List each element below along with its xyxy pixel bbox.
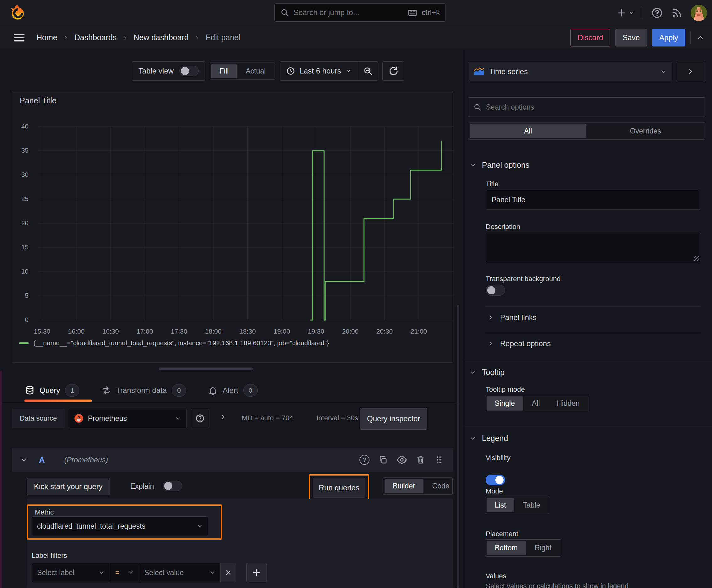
explain-toggle[interactable]	[163, 481, 182, 491]
collapse-options-button[interactable]	[676, 62, 706, 81]
legend-values-label: Values	[486, 572, 506, 580]
y-axis-tick: 5	[13, 292, 28, 299]
panel-options-section[interactable]: Panel options	[469, 161, 530, 170]
breadcrumb-dashboards[interactable]: Dashboards	[74, 33, 117, 42]
y-axis-tick: 25	[13, 195, 28, 203]
search-input[interactable]	[294, 8, 404, 17]
placement-right-option[interactable]: Right	[526, 541, 560, 555]
help-icon[interactable]	[651, 7, 663, 19]
new-menu-button[interactable]	[617, 8, 634, 18]
tooltip-all-option[interactable]: All	[524, 396, 548, 411]
legend-visibility-label: Visibility	[486, 454, 511, 462]
transparent-bg-toggle[interactable]	[486, 285, 505, 296]
description-label: Description	[486, 223, 520, 231]
add-filter-button[interactable]	[246, 563, 266, 582]
tooltip-section[interactable]: Tooltip	[469, 368, 504, 377]
timeseries-icon	[473, 67, 485, 76]
code-option[interactable]: Code	[424, 479, 458, 493]
copy-icon[interactable]	[378, 455, 388, 465]
x-axis-tick: 18:30	[234, 328, 262, 335]
time-range-picker[interactable]: Last 6 hours	[280, 67, 358, 76]
metric-select[interactable]: cloudflared_tunnel_total_requests	[32, 517, 208, 536]
grafana-logo-icon[interactable]	[9, 4, 26, 23]
panel-links-section[interactable]: Panel links	[488, 313, 537, 322]
edit-panel-content: Table view Fill Actual Last 6 hours Pane…	[0, 50, 712, 588]
tab-transform-data[interactable]: Transform data 0	[102, 377, 186, 404]
resize-handle-icon[interactable]	[694, 256, 699, 261]
repeat-options-section[interactable]: Repeat options	[488, 339, 551, 348]
stats-expand-chevron[interactable]	[220, 414, 226, 421]
datasource-picker[interactable]: Prometheus	[69, 408, 187, 428]
plus-icon	[617, 8, 626, 18]
divider	[485, 332, 700, 332]
breadcrumb: Home Dashboards New dashboard Edit panel	[37, 33, 240, 42]
run-queries-button[interactable]: Run queries	[313, 478, 365, 498]
global-search[interactable]: ctrl+k	[274, 3, 446, 22]
tab-alert[interactable]: Alert 0	[208, 377, 257, 404]
save-button[interactable]: Save	[615, 29, 647, 46]
keyboard-icon	[408, 8, 417, 17]
datasource-help-button[interactable]	[191, 408, 209, 428]
breadcrumb-new-dashboard[interactable]: New dashboard	[134, 33, 189, 42]
avatar[interactable]	[691, 5, 707, 21]
actual-option[interactable]: Actual	[237, 64, 274, 78]
builder-option[interactable]: Builder	[385, 479, 424, 493]
time-series-chart	[30, 123, 453, 324]
kickstart-query-button[interactable]: Kick start your query	[27, 478, 110, 495]
table-view-toggle[interactable]	[179, 66, 199, 76]
chevron-down-icon[interactable]	[20, 456, 28, 464]
apply-button[interactable]: Apply	[652, 29, 685, 46]
operator-dropdown[interactable]: =	[110, 563, 139, 582]
panel-options-title: Panel options	[482, 161, 530, 170]
builder-code-segmented: Builder Code	[383, 478, 453, 495]
legend-section[interactable]: Legend	[469, 434, 508, 443]
legend-placement-segmented: Bottom Right	[485, 539, 561, 556]
placement-bottom-option[interactable]: Bottom	[487, 541, 526, 555]
legend-series-label[interactable]: {__name__="cloudflared_tunnel_total_requ…	[34, 339, 329, 347]
breadcrumb-bar: Home Dashboards New dashboard Edit panel…	[0, 25, 712, 50]
overrides-tab[interactable]: Overrides	[587, 124, 704, 138]
remove-filter-button[interactable]	[220, 563, 236, 582]
news-rss-icon[interactable]	[671, 7, 683, 19]
discard-button[interactable]: Discard	[570, 29, 610, 46]
drag-handle-icon[interactable]	[434, 455, 444, 465]
options-search[interactable]	[468, 97, 706, 117]
legend-table-option[interactable]: Table	[515, 498, 548, 512]
all-tab[interactable]: All	[470, 124, 586, 138]
visualization-picker[interactable]: Time series	[468, 62, 672, 81]
legend-list-option[interactable]: List	[487, 498, 514, 512]
panel-options-pane: Time series All Overrides Panel options …	[464, 50, 712, 588]
chevron-right-icon	[123, 35, 128, 41]
chevron-up-icon[interactable]	[696, 33, 705, 42]
chevron-down-icon	[469, 162, 476, 169]
eye-icon[interactable]	[396, 455, 407, 465]
vertical-scrollbar[interactable]	[457, 305, 459, 588]
zoom-out-button[interactable]	[358, 66, 377, 76]
options-search-input[interactable]	[486, 103, 700, 111]
panel-title-input[interactable]	[486, 190, 700, 210]
refresh-button[interactable]	[382, 61, 404, 81]
chevron-down-icon	[196, 523, 203, 529]
select-label-dropdown[interactable]: Select label	[32, 563, 110, 582]
tooltip-mode-segmented: Single All Hidden	[485, 395, 589, 412]
tooltip-hidden-option[interactable]: Hidden	[549, 396, 588, 411]
search-icon	[280, 8, 289, 17]
panel-resize-handle[interactable]	[158, 368, 253, 370]
tooltip-single-option[interactable]: Single	[487, 396, 523, 411]
query-inspector-button[interactable]: Query inspector	[360, 408, 427, 430]
query-editor-header[interactable]: A (Prometheus) ?	[12, 447, 453, 472]
x-axis-tick: 17:30	[165, 328, 193, 335]
datasource-name: Prometheus	[88, 414, 127, 423]
y-axis-tick: 0	[13, 316, 28, 323]
legend-visibility-toggle[interactable]	[486, 475, 505, 485]
menu-icon[interactable]	[14, 32, 24, 43]
chevron-down-icon	[629, 10, 634, 16]
description-textarea[interactable]	[486, 233, 700, 263]
trash-icon[interactable]	[416, 455, 425, 465]
query-help-icon[interactable]: ?	[360, 455, 369, 465]
select-value-dropdown[interactable]: Select value	[139, 563, 221, 582]
breadcrumb-home[interactable]: Home	[37, 33, 58, 42]
fill-option[interactable]: Fill	[211, 64, 237, 78]
y-axis-tick: 20	[13, 219, 28, 227]
panel-preview[interactable]: Panel Title {__name__="cloudflared_tunne…	[12, 91, 453, 363]
